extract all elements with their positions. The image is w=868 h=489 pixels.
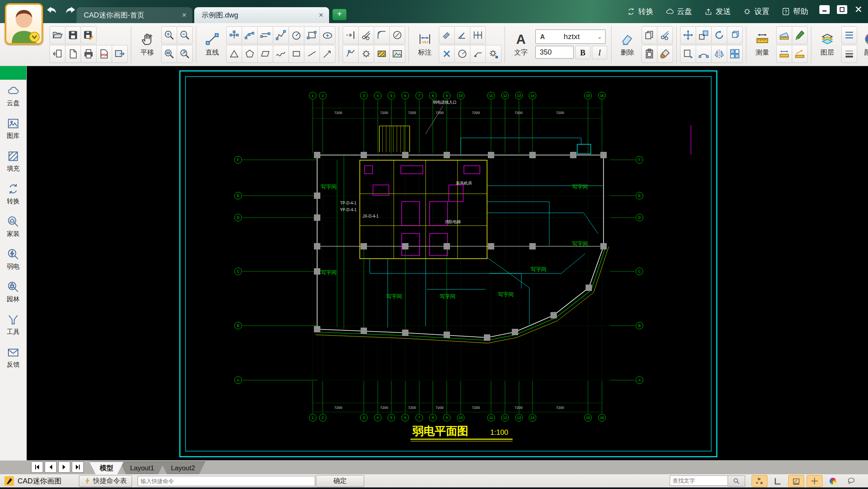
menu-item-cloud[interactable]: 云盘 (665, 6, 692, 17)
tool-offset-button[interactable] (257, 26, 273, 44)
tool-poly-edit-button[interactable] (343, 45, 359, 63)
drawing-canvas[interactable]: 1234567891011121314151612345678910111213… (27, 66, 868, 460)
sidebar-item-home-mag[interactable]: 家装 (0, 210, 26, 243)
tool-dim-continue-button[interactable] (470, 26, 486, 44)
italic-button[interactable]: I (592, 46, 607, 59)
shortcut-command-button[interactable]: 快捷命令表 (79, 475, 132, 487)
font-size-input[interactable]: 350 (535, 46, 574, 59)
tab-home-close-icon[interactable]: ✕ (181, 12, 187, 19)
tool-box-3d-button[interactable] (727, 26, 743, 44)
sidebar-item-mail[interactable]: 反馈 (0, 341, 26, 374)
prev-sheet-icon[interactable] (45, 462, 57, 473)
tool-paste-button[interactable] (641, 45, 657, 63)
ok-button[interactable]: 确定 (316, 475, 364, 487)
tool-trim-button[interactable] (358, 26, 374, 44)
tool-raster-image-button[interactable] (389, 45, 405, 63)
tool-gear-button[interactable] (358, 45, 374, 63)
tool-pan-button[interactable]: 平移 (135, 26, 160, 63)
menu-item-send[interactable]: 发送 (704, 6, 731, 17)
tool-viewports-button[interactable] (727, 45, 743, 63)
sheet-tab-1[interactable]: Layout1 (120, 462, 165, 474)
cad-drawing[interactable]: 1234567891011121314151612345678910111213… (27, 66, 868, 460)
tool-hatch-button[interactable] (374, 45, 390, 63)
tool-format-brush-button[interactable] (657, 45, 673, 63)
tool-export-pdf-button[interactable]: PDF (96, 45, 112, 63)
tool-zoom-window-button[interactable] (161, 45, 177, 63)
sidebar-item-convert[interactable]: 转换 (0, 178, 26, 210)
tool-measure-angle-button[interactable] (792, 45, 808, 63)
tool-dim-aligned-button[interactable] (439, 26, 455, 44)
tool-save-button[interactable] (65, 26, 81, 44)
tool-move-button[interactable] (680, 26, 696, 44)
tool-line-button[interactable]: 直线 (200, 26, 225, 63)
sheet-tab-0[interactable]: 模型 (89, 462, 124, 474)
toggle-wheel-toggle[interactable] (825, 475, 841, 487)
tool-break-button[interactable] (389, 26, 405, 44)
tool-erase-button[interactable]: 删除 (615, 26, 640, 63)
menu-item-help[interactable]: ?帮助 (781, 6, 808, 17)
font-family-select[interactable]: Ahztxt⌄ (535, 29, 606, 44)
sidebar-item-gallery[interactable]: 图库 (0, 112, 26, 145)
first-sheet-icon[interactable] (31, 462, 43, 473)
tool-circle-button[interactable] (288, 26, 304, 44)
minimize-button[interactable] (819, 5, 830, 14)
tool-node-edit-button[interactable] (226, 26, 242, 44)
tool-new-doc-button[interactable] (65, 45, 81, 63)
back-icon[interactable] (45, 5, 58, 17)
tool-ellipse-button[interactable] (320, 26, 335, 44)
tool-extend-button[interactable] (343, 26, 359, 44)
toggle-crosshair[interactable] (807, 475, 823, 487)
tool-save-as-button[interactable] (81, 26, 97, 44)
new-tab-button[interactable]: + (332, 9, 347, 20)
toggle-ortho[interactable] (770, 475, 786, 487)
tool-fillet-button[interactable] (374, 26, 390, 44)
tool-dim-angular-button[interactable] (454, 26, 470, 44)
tool-dim-radius-button[interactable] (454, 45, 470, 63)
tool-mirror-3d-button[interactable] (711, 45, 727, 63)
tool-triangle-button[interactable] (226, 45, 242, 63)
user-avatar[interactable] (5, 3, 43, 45)
menu-item-convert[interactable]: 转换 (627, 6, 653, 17)
tool-measure-area-button[interactable] (776, 26, 792, 44)
command-input[interactable] (138, 476, 315, 486)
tool-polygon-button[interactable] (242, 45, 258, 63)
forward-icon[interactable] (64, 5, 77, 17)
tool-measure-mark-button[interactable] (792, 26, 808, 44)
tool-open-button[interactable] (49, 26, 65, 44)
tool-align-button[interactable] (680, 45, 696, 63)
toggle-lasso[interactable] (843, 475, 859, 487)
toggle-scale-toggle[interactable] (788, 475, 804, 487)
tab-drawing-close-icon[interactable]: ✕ (318, 12, 324, 19)
tool-measure-length-button[interactable] (776, 45, 792, 63)
search-button[interactable] (728, 475, 745, 487)
menu-item-gear[interactable]: 设置 (743, 6, 769, 17)
tool-measure-button[interactable]: 测量 (750, 26, 775, 63)
tool-polyline-button[interactable] (273, 26, 289, 44)
tool-rectangle-button[interactable] (304, 26, 320, 44)
sheet-tab-2[interactable]: Layout2 (161, 462, 206, 474)
toggle-osnap[interactable]: N (752, 475, 767, 487)
close-button[interactable]: ✕ (854, 4, 862, 15)
tool-arc-edit-button[interactable] (696, 45, 712, 63)
tool-export-image-button[interactable] (112, 45, 128, 63)
tool-rotate-button[interactable] (711, 26, 727, 44)
tool-prev-doc-button[interactable] (49, 45, 65, 63)
sidebar-item-tree-mag[interactable]: 园林 (0, 276, 26, 308)
tool-lineweight-button[interactable] (841, 45, 857, 63)
tool-dim-delete-button[interactable] (439, 45, 455, 63)
tool-ray-button[interactable] (320, 45, 335, 63)
tab-home[interactable]: CAD迷你画图-首页 ✕ (77, 7, 192, 23)
tab-drawing[interactable]: 示例图.dwg ✕ (194, 7, 329, 23)
tool-arc-points-button[interactable] (242, 26, 258, 44)
tool-dim-button[interactable]: 标注 (412, 26, 437, 63)
tool-cut-button[interactable] (657, 26, 673, 44)
tool-zoom-in-button[interactable] (161, 26, 177, 44)
last-sheet-icon[interactable] (72, 462, 84, 473)
tool-linetype-button[interactable] (841, 26, 857, 44)
tool-zoom-out-button[interactable] (177, 26, 193, 44)
tool-text-button[interactable]: A文字 (509, 26, 533, 63)
search-text-input[interactable] (670, 475, 728, 486)
tool-color-wheel-button[interactable]: 颜色 (858, 26, 868, 63)
sidebar-item-cloud[interactable]: 云盘 (0, 80, 26, 112)
tool-print-button[interactable] (81, 45, 97, 63)
